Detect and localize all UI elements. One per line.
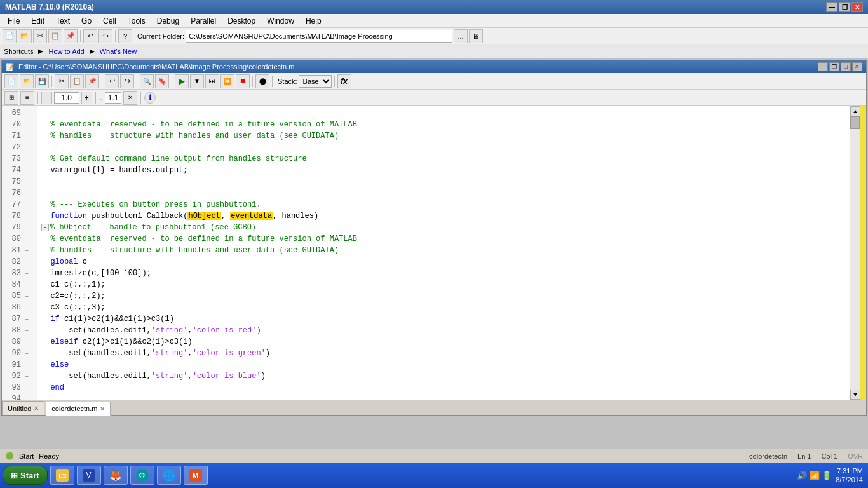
redo-btn[interactable]: ↪ (98, 29, 112, 43)
app-title: MATLAB 7.10.0 (R2010a) (5, 3, 94, 11)
ed-undo[interactable]: ↩ (105, 74, 119, 88)
start-button[interactable]: ⊞ Start (3, 466, 48, 485)
open-btn[interactable]: 📂 (18, 29, 32, 43)
taskbar: ⊞ Start 🗂 V 🦊 ⚙ 🌐 M 🔊 📶 🔋 7:31 P (0, 463, 868, 488)
cut-btn[interactable]: ✂ (33, 29, 47, 43)
ed-continue[interactable]: ⏩ (220, 74, 234, 88)
ready-label: Ready (39, 452, 59, 460)
menu-text[interactable]: Text (51, 15, 75, 27)
help-btn[interactable]: ? (118, 29, 132, 43)
how-to-add-link[interactable]: How to Add (48, 48, 84, 55)
ed-run[interactable]: ▶ (175, 74, 189, 88)
shortcuts-bar: Shortcuts ▶ How to Add ▶ What's New (0, 44, 868, 58)
tab-colordetectn[interactable]: colordetectn.m ✕ (46, 402, 111, 416)
menu-window[interactable]: Window (262, 15, 299, 27)
ed-sep5 (252, 76, 253, 87)
ed-cut[interactable]: ✂ (55, 74, 69, 88)
yellow-indicator (860, 106, 866, 400)
ed-redo[interactable]: ↪ (120, 74, 134, 88)
paste-btn[interactable]: 📌 (64, 29, 78, 43)
browse-btn[interactable]: ... (454, 29, 468, 43)
zoom-plus[interactable]: + (81, 92, 92, 104)
ed-copy[interactable]: 📋 (70, 74, 84, 88)
sep-icon: ▶ (90, 48, 95, 55)
explorer-icon: 🗂 (56, 469, 69, 482)
current-folder-input[interactable] (186, 30, 452, 43)
cell-info[interactable]: ℹ (144, 92, 156, 104)
cell-view[interactable]: ⊞ (4, 91, 18, 105)
editor-maximize[interactable]: □ (841, 62, 851, 71)
menu-edit[interactable]: Edit (26, 15, 50, 27)
scroll-down[interactable]: ▼ (850, 390, 860, 400)
shortcuts-add-icon: ▶ (38, 48, 43, 55)
scroll-up[interactable]: ▲ (850, 106, 860, 116)
taskbar-app-chrome[interactable]: 🌐 (157, 466, 181, 485)
title-bar-controls: — ❐ ✕ (826, 2, 863, 12)
editor-restore[interactable]: ❐ (829, 62, 839, 71)
ed-bookmark[interactable]: 🔖 (155, 74, 169, 88)
menu-cell[interactable]: Cell (98, 15, 121, 27)
ovr-badge: OVR (848, 452, 863, 460)
editor-title: Editor - C:\Users\SOMANSHUPC\Documents\M… (18, 63, 294, 71)
desktop-btn[interactable]: 🖥 (469, 29, 483, 43)
whats-new-link[interactable]: What's New (100, 48, 137, 55)
status-right: colordetectn Ln 1 Col 1 OVR (749, 452, 863, 460)
ed-stop[interactable]: ⏹ (236, 74, 250, 88)
menu-go[interactable]: Go (76, 15, 97, 27)
restore-button[interactable]: ❐ (839, 2, 850, 12)
taskbar-app-2[interactable]: V (77, 466, 101, 485)
date-display: 8/7/2014 (836, 475, 863, 484)
taskbar-app-arduino[interactable]: ⚙ (130, 466, 154, 485)
ed-sep1 (51, 76, 52, 87)
tab-untitled[interactable]: Untitled ✕ (2, 401, 44, 415)
taskbar-app-firefox[interactable]: 🦊 (104, 466, 128, 485)
ed-bp[interactable]: ⬤ (255, 74, 269, 88)
ed-paste[interactable]: 📌 (85, 74, 99, 88)
fx-btn[interactable]: fx (337, 74, 351, 88)
ed-find[interactable]: 🔍 (140, 74, 154, 88)
tab-bar: Untitled ✕ colordetectn.m ✕ (2, 400, 866, 415)
menu-help[interactable]: Help (301, 15, 327, 27)
arduino-icon: ⚙ (136, 469, 149, 482)
ed-run-down[interactable]: ▼ (190, 74, 204, 88)
tab-colordetectn-close[interactable]: ✕ (100, 405, 105, 412)
sep2 (115, 30, 116, 42)
ed-sep2 (102, 76, 102, 87)
status-left: 🟢 Start Ready (5, 452, 59, 460)
start-icon: 🟢 (5, 452, 14, 460)
tab-untitled-close[interactable]: ✕ (34, 405, 39, 412)
start-label[interactable]: Start (19, 452, 34, 460)
minimize-button[interactable]: — (826, 2, 837, 12)
sep1 (80, 30, 81, 42)
ed-open[interactable]: 📂 (20, 74, 34, 88)
title-bar: MATLAB 7.10.0 (R2010a) — ❐ ✕ (0, 0, 868, 14)
menu-file[interactable]: File (3, 15, 25, 27)
menu-tools[interactable]: Tools (123, 15, 151, 27)
new-btn[interactable]: 📄 (3, 29, 17, 43)
taskbar-app-explorer[interactable]: 🗂 (50, 466, 74, 485)
clock: 7:31 PM 8/7/2014 (836, 466, 863, 485)
menu-desktop[interactable]: Desktop (222, 15, 261, 27)
editor-minimize[interactable]: — (818, 62, 828, 71)
code-area[interactable]: % eventdata reserved - to be defined in … (37, 106, 850, 400)
editor-close[interactable]: ✕ (852, 62, 862, 71)
menu-debug[interactable]: Debug (152, 15, 184, 27)
close-button[interactable]: ✕ (851, 2, 863, 12)
time-display: 7:31 PM (836, 466, 863, 475)
ed-save[interactable]: 💾 (35, 74, 49, 88)
vertical-scrollbar[interactable]: ▲ ▼ (850, 106, 860, 400)
taskbar-right: 🔊 📶 🔋 7:31 PM 8/7/2014 (797, 466, 865, 485)
ed-step[interactable]: ⏭ (205, 74, 219, 88)
copy-btn[interactable]: 📋 (48, 29, 62, 43)
status-bar: 🟢 Start Ready colordetectn Ln 1 Col 1 OV… (0, 449, 868, 463)
shortcuts-label: Shortcuts (4, 48, 33, 55)
ed-new[interactable]: 📄 (4, 74, 18, 88)
ed2-sep3 (140, 92, 141, 104)
menu-parallel[interactable]: Parallel (186, 15, 221, 27)
zoom-minus[interactable]: – (41, 92, 52, 104)
undo-btn[interactable]: ↩ (83, 29, 97, 43)
script-view[interactable]: ≡ (20, 91, 34, 105)
stack-select[interactable]: Base (299, 75, 332, 88)
zoom-close[interactable]: ✕ (123, 91, 137, 105)
taskbar-app-matlab[interactable]: M (184, 466, 208, 485)
